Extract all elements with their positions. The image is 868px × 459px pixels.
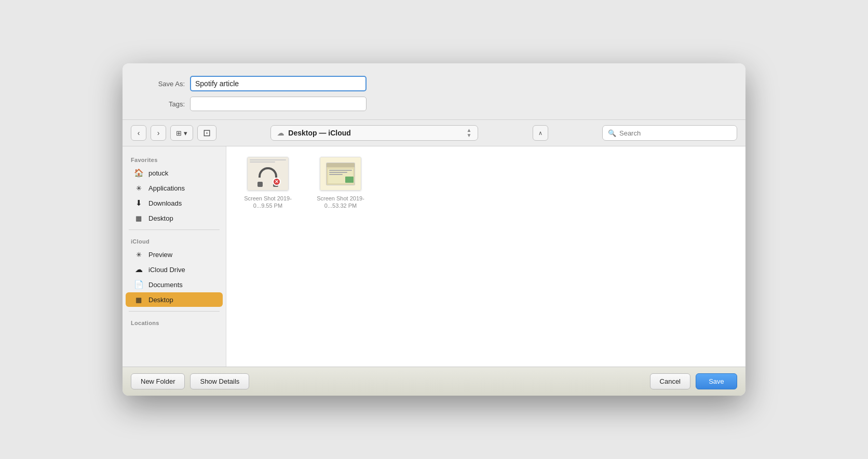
location-dropdown[interactable]: ☁ Desktop — iCloud ▲ ▼ (270, 125, 478, 141)
view-grid-icon: ⊞ (176, 129, 182, 137)
locations-header: Locations (123, 316, 226, 328)
sidebar-label-downloads: Downloads (148, 199, 182, 207)
sidebar-item-icloud-drive[interactable]: ☁ iCloud Drive (126, 262, 223, 277)
forward-icon: › (157, 129, 160, 137)
file-name-1: Screen Shot 2019-0...9.55 PM (237, 195, 299, 210)
filename-input[interactable] (190, 76, 367, 91)
filename-row: Save As: (143, 76, 725, 91)
expand-button[interactable]: ∧ (533, 125, 548, 141)
search-box[interactable]: 🔍 (602, 125, 737, 141)
sidebar-item-applications[interactable]: ✳ Applications (126, 181, 223, 195)
downloads-icon: ⬇ (134, 198, 143, 208)
sidebar-divider-2 (129, 311, 220, 312)
sidebar-item-preview[interactable]: ✳ Preview (126, 247, 223, 262)
sidebar-label-preview: Preview (148, 251, 172, 259)
sidebar: Favorites 🏠 potuck ✳ Applications ⬇ Down… (123, 146, 226, 367)
sidebar-label-documents: Documents (148, 281, 183, 289)
file-thumbnail-1: ✕ (247, 157, 289, 191)
bottom-bar: New Folder Show Details Cancel Save (123, 367, 745, 396)
sidebar-label-potuck: potuck (148, 169, 168, 177)
sidebar-item-desktop-fav[interactable]: ▦ Desktop (126, 211, 223, 225)
cancel-button[interactable]: Cancel (650, 373, 690, 389)
sidebar-label-desktop-fav: Desktop (148, 214, 173, 222)
file-name-2: Screen Shot 2019-0...53.32 PM (309, 195, 372, 210)
sidebar-label-icloud-drive: iCloud Drive (148, 266, 185, 274)
save-button[interactable]: Save (696, 373, 737, 389)
cloud-icon: ☁ (277, 129, 284, 137)
preview-icon: ✳ (134, 250, 143, 259)
sidebar-label-applications: Applications (148, 184, 185, 192)
location-chevrons-icon: ▲ ▼ (466, 128, 471, 138)
show-details-button[interactable]: Show Details (190, 373, 249, 389)
desktop-fav-icon: ▦ (134, 213, 143, 223)
new-folder-toolbar-button[interactable]: ⊡ (197, 125, 216, 141)
new-folder-icon: ⊡ (203, 127, 211, 139)
sidebar-item-documents[interactable]: 📄 Documents (126, 277, 223, 292)
file-grid: ✕ Screen Shot 2019-0...9.55 PM (226, 146, 745, 367)
file-item-screenshot1[interactable]: ✕ Screen Shot 2019-0...9.55 PM (237, 157, 299, 210)
search-input[interactable] (619, 129, 731, 137)
save-dialog: Save As: Tags: ‹ › ⊞ ▾ ⊡ ☁ Desktop — iCl… (123, 63, 745, 396)
file-thumbnail-2 (320, 157, 361, 191)
location-label: Desktop — iCloud (288, 129, 351, 137)
back-button[interactable]: ‹ (131, 125, 146, 141)
tags-input[interactable] (190, 97, 367, 111)
tags-label: Tags: (143, 100, 185, 108)
icloud-drive-icon: ☁ (134, 265, 143, 274)
sidebar-item-potuck[interactable]: 🏠 potuck (126, 166, 223, 180)
toolbar: ‹ › ⊞ ▾ ⊡ ☁ Desktop — iCloud ▲ ▼ ∧ 🔍 (123, 120, 745, 146)
content-area: Favorites 🏠 potuck ✳ Applications ⬇ Down… (123, 146, 745, 367)
expand-icon: ∧ (538, 130, 542, 137)
icloud-header: iCloud (123, 234, 226, 247)
home-icon: 🏠 (134, 168, 143, 178)
documents-icon: 📄 (134, 280, 143, 289)
view-chevron-icon: ▾ (184, 129, 187, 137)
sidebar-item-downloads[interactable]: ⬇ Downloads (126, 196, 223, 210)
back-icon: ‹ (138, 129, 140, 137)
forward-button[interactable]: › (151, 125, 166, 141)
sidebar-label-desktop-icloud: Desktop (148, 296, 173, 304)
sidebar-divider-1 (129, 230, 220, 230)
sidebar-item-desktop-icloud[interactable]: ▦ Desktop (126, 292, 223, 307)
form-area: Save As: Tags: (123, 63, 745, 120)
favorites-header: Favorites (123, 153, 226, 165)
view-button[interactable]: ⊞ ▾ (170, 125, 193, 141)
new-folder-button[interactable]: New Folder (131, 373, 185, 389)
file-item-screenshot2[interactable]: Screen Shot 2019-0...53.32 PM (309, 157, 372, 210)
applications-icon: ✳ (134, 183, 143, 193)
desktop-icloud-icon: ▦ (134, 295, 143, 304)
search-icon: 🔍 (608, 129, 616, 137)
save-as-label: Save As: (143, 80, 185, 88)
tags-row: Tags: (143, 97, 725, 111)
